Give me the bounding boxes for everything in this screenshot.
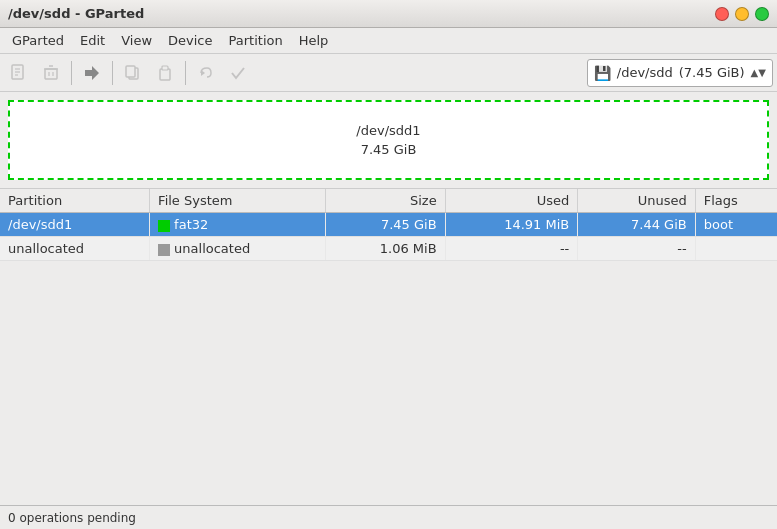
toolbar-separator-1: [71, 61, 72, 85]
new-button[interactable]: [4, 58, 34, 88]
menu-bar: GParted Edit View Device Partition Help: [0, 28, 777, 54]
apply-icon: [229, 64, 247, 82]
table-body: /dev/sdd1fat327.45 GiB14.91 MiB7.44 GiBb…: [0, 213, 777, 261]
paste-button[interactable]: [150, 58, 180, 88]
status-bar: 0 operations pending: [0, 505, 777, 529]
disk-visualization: /dev/sdd1 7.45 GiB: [8, 100, 769, 180]
copy-button[interactable]: [118, 58, 148, 88]
svg-rect-4: [45, 69, 57, 79]
copy-icon: [124, 64, 142, 82]
device-selector[interactable]: 💾 /dev/sdd (7.45 GiB) ▲▼: [587, 59, 773, 87]
device-name: /dev/sdd: [617, 65, 673, 80]
window-title: /dev/sdd - GParted: [8, 6, 144, 21]
menu-partition[interactable]: Partition: [221, 31, 291, 50]
cell-size: 1.06 MiB: [326, 237, 445, 261]
cell-used: 14.91 MiB: [445, 213, 578, 237]
close-button[interactable]: [715, 7, 729, 21]
title-bar: /dev/sdd - GParted: [0, 0, 777, 28]
fs-color-icon: [158, 220, 170, 232]
delete-icon: [42, 64, 60, 82]
resize-icon: [83, 64, 101, 82]
cell-filesystem: fat32: [150, 213, 326, 237]
svg-marker-14: [201, 70, 205, 76]
toolbar-separator-2: [112, 61, 113, 85]
table-header-row: Partition File System Size Used Unused F…: [0, 189, 777, 213]
cell-unused: 7.44 GiB: [578, 213, 695, 237]
partition-table: Partition File System Size Used Unused F…: [0, 188, 777, 505]
delete-button[interactable]: [36, 58, 66, 88]
col-size: Size: [326, 189, 445, 213]
apply-button[interactable]: [223, 58, 253, 88]
cell-size: 7.45 GiB: [326, 213, 445, 237]
col-unused: Unused: [578, 189, 695, 213]
cell-flags: boot: [695, 213, 777, 237]
cell-unused: --: [578, 237, 695, 261]
cell-filesystem: unallocated: [150, 237, 326, 261]
col-filesystem: File System: [150, 189, 326, 213]
disk-partition-label: /dev/sdd1 7.45 GiB: [356, 121, 420, 160]
minimize-button[interactable]: [735, 7, 749, 21]
toolbar-separator-3: [185, 61, 186, 85]
undo-icon: [197, 64, 215, 82]
menu-edit[interactable]: Edit: [72, 31, 113, 50]
new-icon: [10, 64, 28, 82]
device-size: (7.45 GiB): [679, 65, 745, 80]
cell-flags: [695, 237, 777, 261]
window-controls: [715, 7, 769, 21]
menu-help[interactable]: Help: [291, 31, 337, 50]
dropdown-arrow-icon: ▲▼: [751, 67, 766, 78]
table-row[interactable]: /dev/sdd1fat327.45 GiB14.91 MiB7.44 GiBb…: [0, 213, 777, 237]
forward-button[interactable]: [77, 58, 107, 88]
operations-pending: 0 operations pending: [8, 511, 136, 525]
svg-rect-11: [126, 66, 135, 77]
svg-marker-9: [85, 66, 99, 80]
toolbar: 💾 /dev/sdd (7.45 GiB) ▲▼: [0, 54, 777, 92]
svg-rect-12: [160, 69, 170, 80]
col-flags: Flags: [695, 189, 777, 213]
fs-color-icon: [158, 244, 170, 256]
cell-used: --: [445, 237, 578, 261]
paste-icon: [156, 64, 174, 82]
cell-partition: /dev/sdd1: [0, 213, 150, 237]
col-partition: Partition: [0, 189, 150, 213]
table-row[interactable]: unallocatedunallocated1.06 MiB----: [0, 237, 777, 261]
svg-rect-13: [162, 66, 168, 70]
menu-view[interactable]: View: [113, 31, 160, 50]
maximize-button[interactable]: [755, 7, 769, 21]
undo-button[interactable]: [191, 58, 221, 88]
menu-device[interactable]: Device: [160, 31, 220, 50]
cell-partition: unallocated: [0, 237, 150, 261]
disk-icon: 💾: [594, 65, 611, 81]
partitions-table: Partition File System Size Used Unused F…: [0, 189, 777, 261]
menu-gparted[interactable]: GParted: [4, 31, 72, 50]
col-used: Used: [445, 189, 578, 213]
